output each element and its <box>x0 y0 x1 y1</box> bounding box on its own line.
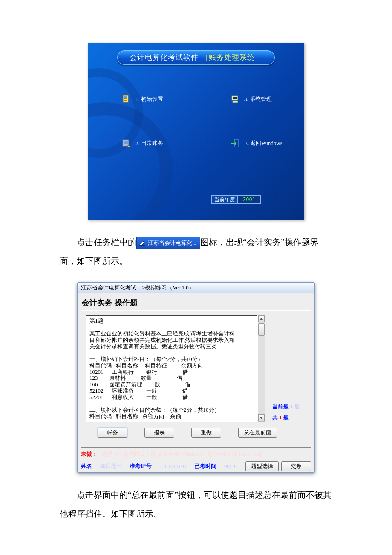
redo-button[interactable]: 重做 <box>191 428 221 438</box>
menu-label: 3. 系统管理 <box>244 95 272 103</box>
submit-exam-button[interactable]: 交卷 <box>281 461 311 471</box>
svg-rect-1 <box>124 96 127 98</box>
total-question-row: 共 1 题 <box>272 414 306 422</box>
question-type-button[interactable]: 题型选择 <box>245 461 279 471</box>
screenshot-question-dialog: 江苏省会计电算化考试--->模拟练习（Ver 1.0） 会计实务 操作题 第1题… <box>77 282 315 473</box>
computer-icon <box>231 95 240 104</box>
accounting-button[interactable]: 帐务 <box>98 428 127 438</box>
year-value: 2001 <box>237 195 261 204</box>
svg-rect-4 <box>123 140 129 146</box>
svg-rect-6 <box>233 97 237 99</box>
scroll-down-arrow[interactable] <box>258 414 265 421</box>
instruction-paragraph-1: 点击任务栏中的江苏省会计电算化...图标，出现“会计实务”操作题界面，如下图所示… <box>60 233 332 270</box>
undone-details: 选择 4 0 题 判断 2 0 题 实务全做 Windows 1 题 Word … <box>102 450 262 458</box>
always-on-top-button[interactable]: 总在最前面 <box>238 428 277 438</box>
scroll-up-arrow[interactable] <box>258 315 265 322</box>
dialog-status-bar: 未做： 选择 4 0 题 判断 2 0 题 实务全做 Windows 1 题 W… <box>78 448 314 472</box>
menu-daily-accounting[interactable]: 2. 日常账务 <box>122 139 163 148</box>
dialog-button-row: 帐务 报表 重做 总在最前面 <box>86 422 306 443</box>
name-value: 模拟题一 <box>100 462 122 470</box>
screenshot-main-menu: 会计电算化考试软件 ［账务处理系统］ 1. 初始设置 2. 日常账务 3 <box>88 43 304 220</box>
title-part1: 会计电算化考试软件 <box>130 53 199 61</box>
ledger-icon <box>122 139 131 148</box>
svg-rect-3 <box>124 100 127 101</box>
current-label: 当前题 <box>272 403 289 410</box>
svg-rect-9 <box>139 245 145 246</box>
menu-return-windows[interactable]: E. 返回Windows <box>231 139 282 148</box>
dialog-title-bar: 江苏省会计电算化考试--->模拟练习（Ver 1.0） <box>78 283 314 293</box>
settings-icon <box>122 95 131 104</box>
question-textbox: 第1题 某工业企业的初始化资料基本上已经完成,请考生增补会计科 目和部分帐户的余… <box>86 315 258 422</box>
title-part2: ［账务处理系统］ <box>201 53 262 61</box>
dialog-heading: 会计实务 操作题 <box>81 296 311 310</box>
total-label: 共 <box>272 414 278 421</box>
scroll-thumb[interactable] <box>258 323 265 336</box>
undone-label: 未做： <box>81 450 98 458</box>
current-question-row: 当前题 1 题 <box>272 403 306 410</box>
svg-rect-2 <box>124 98 127 99</box>
para1-text-a: 点击任务栏中的 <box>77 237 136 247</box>
question-counter-panel: 当前题 1 题 共 1 题 <box>265 315 306 422</box>
year-label: 当前年度 <box>211 195 237 204</box>
report-button[interactable]: 报表 <box>144 428 174 438</box>
current-num: 1 题 <box>290 403 300 410</box>
total-count: 1 <box>279 414 282 421</box>
taskbar-program-button[interactable]: 江苏省会计电算化... <box>136 237 200 249</box>
time-value: 00:20 <box>224 463 237 470</box>
taskbar-label: 江苏省会计电算化... <box>148 237 196 249</box>
svg-rect-7 <box>233 101 238 103</box>
svg-rect-0 <box>123 95 128 102</box>
app-title-bar: 会计电算化考试软件 ［账务处理系统］ <box>117 50 275 65</box>
name-label: 姓名 <box>81 462 92 470</box>
menu-init-settings[interactable]: 1. 初始设置 <box>122 95 163 104</box>
exit-icon <box>231 139 240 148</box>
menu-label: 1. 初始设置 <box>135 95 163 103</box>
instruction-paragraph-2: 点击界面中的“总在最前面”按钮，可以使题目描述总在最前而不被其他程序挡住。如下图… <box>60 486 332 523</box>
menu-label: 2. 日常账务 <box>135 139 163 147</box>
status-row-undone: 未做： 选择 4 0 题 判断 2 0 题 实务全做 Windows 1 题 W… <box>78 448 314 460</box>
time-label: 已考时间 <box>194 462 216 470</box>
status-row-info: 姓名 模拟题一 准考证号 1201011101 已考时间 00:20 题型选择 … <box>78 460 314 472</box>
pencil-icon <box>138 239 146 247</box>
current-year-box: 当前年度 2001 <box>211 195 261 204</box>
id-value: 1201011101 <box>159 463 187 470</box>
dialog-main-panel: 第1题 某工业企业的初始化资料基本上已经完成,请考生增补会计科 目和部分帐户的余… <box>81 310 311 448</box>
menu-system-admin[interactable]: 3. 系统管理 <box>231 95 272 104</box>
menu-label: E. 返回Windows <box>244 139 282 147</box>
total-suffix: 题 <box>283 414 289 421</box>
scrollbar[interactable] <box>258 315 265 422</box>
id-label: 准考证号 <box>130 462 152 470</box>
